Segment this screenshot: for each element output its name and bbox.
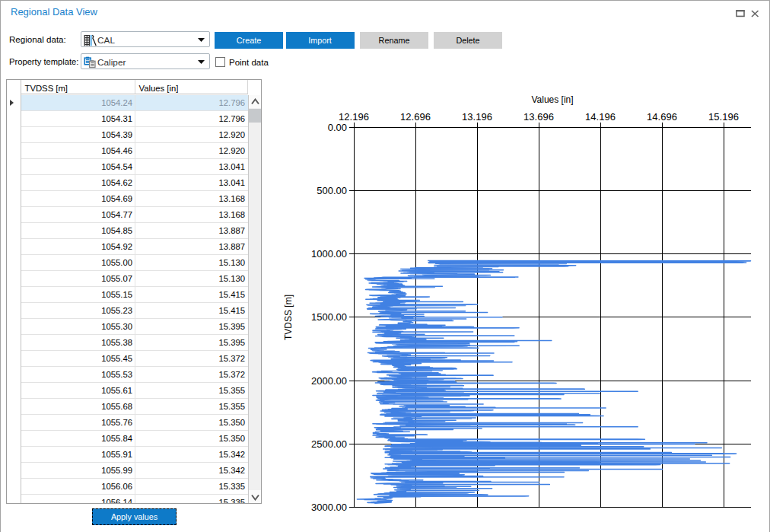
svg-text:13.696: 13.696 <box>523 111 554 123</box>
svg-text:15.196: 15.196 <box>708 111 739 123</box>
svg-text:13.196: 13.196 <box>462 111 492 123</box>
svg-text:1500.00: 1500.00 <box>311 311 347 323</box>
svg-text:1000.00: 1000.00 <box>311 248 347 260</box>
svg-text:Values [in]: Values [in] <box>531 94 573 105</box>
svg-text:14.696: 14.696 <box>647 111 677 123</box>
svg-text:12.696: 12.696 <box>400 111 431 123</box>
svg-text:12.196: 12.196 <box>339 111 369 123</box>
svg-text:14.196: 14.196 <box>585 111 616 123</box>
svg-text:0.00: 0.00 <box>328 122 347 133</box>
svg-text:2000.00: 2000.00 <box>311 375 347 387</box>
svg-text:3000.00: 3000.00 <box>311 502 347 513</box>
svg-text:2500.00: 2500.00 <box>311 438 347 450</box>
svg-text:TVDSS [m]: TVDSS [m] <box>283 295 294 340</box>
svg-text:500.00: 500.00 <box>317 185 347 196</box>
